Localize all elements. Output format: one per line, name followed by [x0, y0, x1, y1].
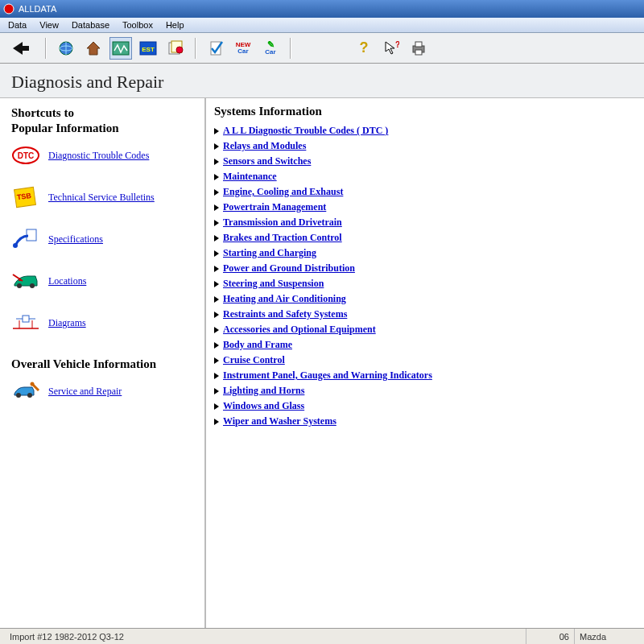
systems-item[interactable]: Lighting and Horns [214, 383, 636, 398]
toolbar: EST NEWCar ✎Car ? ? [0, 33, 644, 64]
systems-link[interactable]: Engine, Cooling and Exhaust [223, 184, 343, 200]
spec-icon [11, 227, 40, 251]
svg-point-34 [31, 382, 35, 386]
systems-link[interactable]: Steering and Suspension [223, 276, 324, 291]
systems-link[interactable]: Wiper and Washer Systems [223, 414, 336, 429]
svg-point-24 [30, 283, 35, 288]
print-icon[interactable] [407, 37, 430, 60]
systems-item[interactable]: Starting and Charging [214, 246, 636, 261]
svg-rect-29 [23, 316, 29, 322]
window-title: ALLDATA [19, 4, 56, 14]
systems-link[interactable]: Heating and Air Conditioning [223, 291, 346, 307]
menu-view[interactable]: View [33, 19, 65, 31]
expand-triangle-icon [214, 128, 219, 134]
diagnose-icon[interactable] [109, 37, 132, 60]
shortcuts-heading-1: Shortcuts to [11, 106, 196, 120]
titlebar: ALLDATA [0, 0, 644, 18]
systems-link[interactable]: Starting and Charging [223, 246, 316, 261]
page-title: Diagnosis and Repair [0, 64, 644, 98]
systems-item[interactable]: Wiper and Washer Systems [214, 414, 636, 429]
globe-icon[interactable] [55, 37, 77, 60]
systems-item[interactable]: Relays and Modules [214, 138, 636, 154]
expand-triangle-icon [214, 159, 219, 165]
shortcut-link[interactable]: Service and Repair [48, 386, 122, 398]
svg-point-0 [4, 4, 14, 14]
menu-help[interactable]: Help [159, 19, 191, 31]
systems-item[interactable]: Maintenance [214, 169, 636, 184]
systems-link[interactable]: Power and Ground Distribution [223, 261, 355, 276]
sidebar: Shortcuts to Popular Information DTC Dia… [0, 98, 206, 628]
status-mid: 06 [526, 629, 575, 644]
systems-item[interactable]: Windows and Glass [214, 398, 636, 414]
svg-marker-1 [13, 42, 29, 55]
quotes-icon[interactable] [164, 37, 187, 60]
systems-link[interactable]: Relays and Modules [223, 138, 306, 154]
systems-link[interactable]: Windows and Glass [223, 398, 304, 414]
svg-point-32 [16, 393, 21, 398]
expand-triangle-icon [214, 189, 219, 196]
expand-triangle-icon [214, 403, 219, 410]
expand-triangle-icon [214, 220, 219, 226]
help-icon[interactable]: ? [353, 37, 375, 60]
cursor-help-icon[interactable]: ? [380, 37, 402, 60]
systems-item[interactable]: Sensors and Switches [214, 154, 636, 169]
menu-toolbox[interactable]: Toolbox [116, 19, 159, 31]
systems-link[interactable]: Body and Frame [223, 337, 292, 353]
shortcut-service-repair[interactable]: Service and Repair [11, 379, 196, 403]
locations-icon [11, 269, 40, 293]
shortcut-tsb[interactable]: TSB Technical Service Bulletins [11, 185, 196, 209]
systems-link[interactable]: Powertrain Management [223, 200, 326, 215]
shortcut-specs[interactable]: Specifications [11, 227, 196, 251]
shortcut-dtc[interactable]: DTC Diagnostic Trouble Codes [11, 143, 196, 167]
systems-link[interactable]: Instrument Panel, Gauges and Warning Ind… [223, 368, 432, 383]
edit-car-button[interactable]: ✎Car [259, 37, 282, 60]
shortcut-link[interactable]: Technical Service Bulletins [48, 192, 155, 204]
shortcut-link[interactable]: Specifications [48, 233, 103, 246]
tsb-icon: TSB [11, 185, 40, 209]
home-icon[interactable] [82, 37, 105, 60]
new-car-button[interactable]: NEWCar [232, 37, 254, 60]
systems-link[interactable]: A L L Diagnostic Trouble Codes ( DTC ) [223, 123, 388, 138]
systems-link[interactable]: Cruise Control [223, 353, 285, 368]
shortcut-link[interactable]: Diagrams [48, 317, 86, 329]
systems-item[interactable]: Powertrain Management [214, 200, 636, 215]
systems-link[interactable]: Transmission and Drivetrain [223, 215, 342, 230]
systems-item[interactable]: A L L Diagnostic Trouble Codes ( DTC ) [214, 123, 636, 138]
shortcut-link[interactable]: Diagnostic Trouble Codes [48, 150, 149, 162]
systems-item[interactable]: Transmission and Drivetrain [214, 215, 636, 230]
check-icon[interactable] [204, 37, 227, 60]
systems-link[interactable]: Restraints and Safety Systems [223, 307, 347, 322]
expand-triangle-icon [214, 388, 219, 394]
systems-item[interactable]: Body and Frame [214, 337, 636, 353]
status-left: Import #12 1982-2012 Q3-12 [5, 629, 526, 644]
systems-item[interactable]: Engine, Cooling and Exhaust [214, 184, 636, 200]
menubar: Data View Database Toolbox Help [0, 18, 644, 33]
systems-item[interactable]: Steering and Suspension [214, 276, 636, 291]
systems-item[interactable]: Cruise Control [214, 353, 636, 368]
shortcuts-heading-2: Popular Information [11, 122, 196, 135]
systems-item[interactable]: Heating and Air Conditioning [214, 291, 636, 307]
systems-item[interactable]: Power and Ground Distribution [214, 261, 636, 276]
content-area: Shortcuts to Popular Information DTC Dia… [0, 98, 644, 628]
svg-text:EST: EST [142, 46, 155, 53]
systems-link[interactable]: Lighting and Horns [223, 383, 304, 398]
systems-link[interactable]: Accessories and Optional Equipment [223, 322, 376, 337]
systems-link[interactable]: Maintenance [223, 169, 277, 184]
menu-data[interactable]: Data [2, 19, 33, 31]
shortcut-locations[interactable]: Locations [11, 269, 196, 293]
expand-triangle-icon [214, 373, 219, 379]
systems-link[interactable]: Sensors and Switches [223, 154, 311, 169]
main-panel: Systems Information A L L Diagnostic Tro… [206, 98, 644, 628]
systems-item[interactable]: Brakes and Traction Control [214, 230, 636, 246]
back-button[interactable] [5, 37, 37, 60]
systems-link[interactable]: Brakes and Traction Control [223, 230, 342, 246]
shortcut-link[interactable]: Locations [48, 275, 86, 287]
status-right: Mazda [575, 629, 639, 644]
expand-triangle-icon [214, 342, 219, 349]
estimate-icon[interactable]: EST [137, 37, 159, 60]
systems-item[interactable]: Accessories and Optional Equipment [214, 322, 636, 337]
shortcut-diagrams[interactable]: Diagrams [11, 311, 196, 335]
systems-item[interactable]: Restraints and Safety Systems [214, 307, 636, 322]
systems-item[interactable]: Instrument Panel, Gauges and Warning Ind… [214, 368, 636, 383]
menu-database[interactable]: Database [65, 19, 116, 31]
